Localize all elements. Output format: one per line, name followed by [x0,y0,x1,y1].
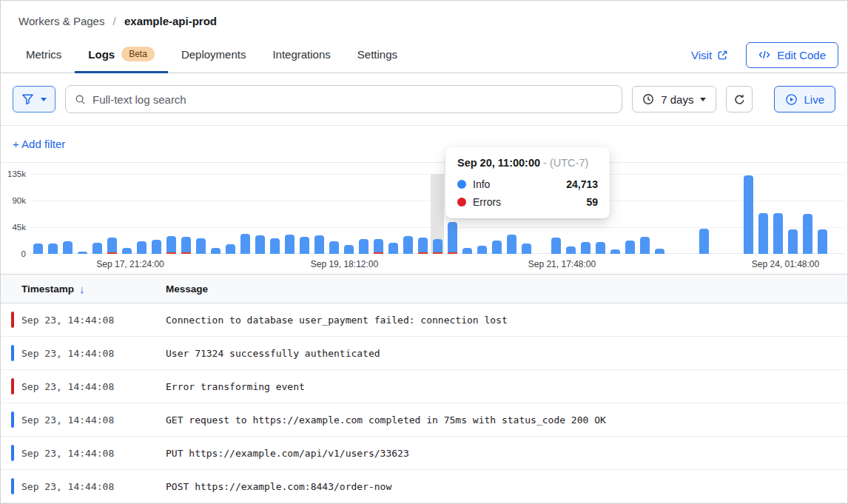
log-count-bar[interactable] [270,238,280,254]
log-count-bar[interactable] [596,242,605,254]
chart-bar-slot[interactable] [815,174,830,254]
tab-integrations[interactable]: Integrations [259,37,343,73]
chart-bar-slot[interactable] [711,174,726,254]
log-count-bar[interactable] [699,229,709,254]
edit-code-button[interactable]: Edit Code [746,42,838,68]
tab-settings[interactable]: Settings [344,37,411,73]
chart-bar-slot[interactable] [282,174,297,254]
chart-bar-slot[interactable] [149,174,164,254]
sort-desc-icon[interactable]: ↓ [79,283,85,295]
log-count-bar[interactable] [166,236,176,254]
chart-bar-slot[interactable] [193,174,208,254]
log-count-bar[interactable] [226,244,235,254]
chart-bar-slot[interactable] [830,174,844,254]
log-count-bar[interactable] [448,222,457,254]
log-table-row[interactable]: Sep 23, 14:44:08 Error transforming even… [1,370,847,403]
chart-bar-slot[interactable] [312,174,326,254]
chart-bar-slot[interactable] [238,174,252,254]
log-count-bar[interactable] [211,248,221,254]
log-count-bar[interactable] [33,243,43,254]
log-count-bar[interactable] [433,239,442,254]
chart-bar-slot[interactable] [119,174,134,254]
log-count-bar[interactable] [92,243,102,254]
log-count-bar[interactable] [359,239,369,254]
chart-bar-slot[interactable] [400,174,415,254]
log-count-bar[interactable] [329,241,339,254]
log-table-row[interactable]: Sep 23, 14:44:08 Connection to database … [1,303,847,337]
log-count-bar[interactable] [744,175,753,254]
log-count-bar[interactable] [566,246,576,254]
log-table-row[interactable]: Sep 23, 14:44:08 GET request to https://… [1,403,847,437]
log-count-bar[interactable] [137,241,147,254]
log-count-bar[interactable] [507,235,516,254]
chart-bar-slot[interactable] [800,174,815,254]
chart-bar-slot[interactable] [134,174,149,254]
chart-bar-slot[interactable] [223,174,238,254]
chart-bar-slot[interactable] [178,174,193,254]
log-count-bar[interactable] [610,249,620,254]
add-filter-button[interactable]: + Add filter [13,138,65,150]
log-count-bar[interactable] [300,237,309,254]
tab-deployments[interactable]: Deployments [168,37,260,73]
chart-bar-slot[interactable] [60,174,75,254]
chart-bar-slot[interactable] [637,174,652,254]
log-count-bar[interactable] [63,241,73,254]
log-count-bar[interactable] [492,241,502,254]
chart-bar-slot[interactable] [164,174,178,254]
log-table-row[interactable]: Sep 23, 14:44:08 PUT https://example.com… [1,437,847,470]
log-count-bar[interactable] [758,213,768,254]
chart-bar-slot[interactable] [652,174,667,254]
search-box[interactable] [65,85,622,113]
log-count-bar[interactable] [788,229,798,254]
refresh-button[interactable] [726,86,753,112]
log-count-bar[interactable] [196,238,206,254]
log-count-bar[interactable] [551,238,561,254]
log-count-bar[interactable] [818,229,827,254]
log-count-bar[interactable] [522,243,531,254]
log-count-bar[interactable] [181,237,191,254]
log-count-bar[interactable] [107,238,117,254]
chart-bar-slot[interactable] [90,174,104,254]
chart-bar-slot[interactable] [696,174,711,254]
chart-bar-slot[interactable] [341,174,356,254]
tab-logs[interactable]: Logs Beta [75,37,168,73]
chart-bar-slot[interactable] [104,174,119,254]
log-count-bar[interactable] [240,234,250,254]
log-count-bar[interactable] [152,240,161,254]
log-count-bar[interactable] [477,246,487,254]
filter-dropdown-button[interactable] [13,86,55,112]
log-count-bar[interactable] [403,236,413,254]
chart-bar-slot[interactable] [208,174,223,254]
log-count-bar[interactable] [388,243,398,254]
chart-bar-slot[interactable] [252,174,267,254]
log-count-bar[interactable] [314,235,324,254]
log-count-bar[interactable] [78,252,87,254]
log-count-bar[interactable] [48,243,58,254]
chart-bar-slot[interactable] [622,174,637,254]
chart-bar-slot[interactable] [667,174,682,254]
chart-bar-slot[interactable] [608,174,622,254]
chart-bar-slot[interactable] [45,174,60,254]
chart-bar-slot[interactable] [297,174,312,254]
chart-bar-slot[interactable] [415,174,430,254]
chart-bar-slot[interactable] [682,174,696,254]
chart-bar-slot[interactable] [371,174,386,254]
chart-bar-slot[interactable] [726,174,741,254]
log-count-bar[interactable] [344,245,354,254]
log-table-row[interactable]: Sep 23, 14:44:08 POST https://example.co… [1,470,847,503]
log-count-bar[interactable] [803,214,812,254]
chart-bar-slot[interactable] [30,174,45,254]
log-search-input[interactable] [92,93,613,106]
chart-bar-slot[interactable] [770,174,785,254]
log-count-bar[interactable] [122,248,132,254]
log-table-row[interactable]: Sep 23, 14:44:08 User 71324 successfully… [1,337,847,370]
log-count-bar[interactable] [625,241,635,254]
log-count-bar[interactable] [581,242,590,254]
log-count-bar[interactable] [255,235,265,254]
log-count-bar[interactable] [462,248,472,254]
breadcrumb-section[interactable]: Workers & Pages [18,15,104,27]
live-button[interactable]: Live [774,86,835,112]
log-count-bar[interactable] [418,238,428,254]
log-count-bar[interactable] [640,237,650,254]
chart-bar-slot[interactable] [326,174,341,254]
